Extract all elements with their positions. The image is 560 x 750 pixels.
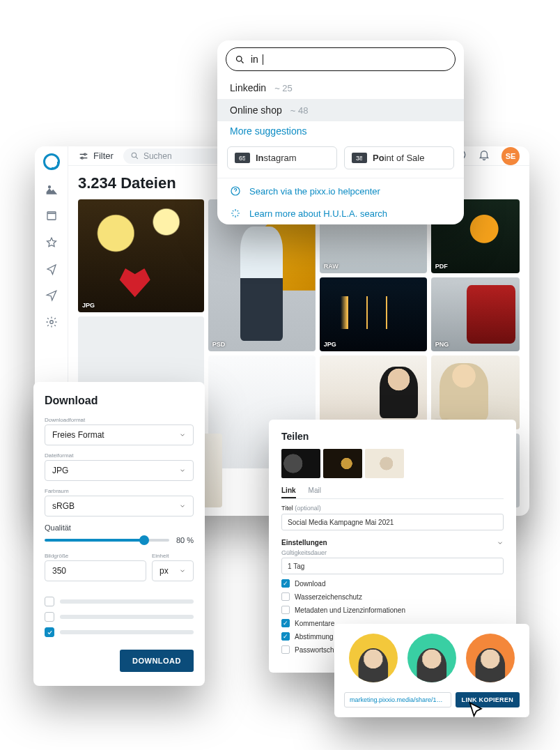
gallery-tile[interactable]: JPG <box>78 199 204 312</box>
validity-label: Gültigkeitsdauer <box>281 549 504 556</box>
search-placeholder: Suchen <box>143 151 172 161</box>
shared-users <box>344 634 520 682</box>
unit-select[interactable]: px <box>152 560 194 581</box>
share-url-field[interactable]: marketing.pixxio.media/share/1619103889.… <box>344 692 451 707</box>
search-icon <box>130 151 139 160</box>
fileformat-label: Dateiformat <box>45 452 194 459</box>
quality-value: 80 % <box>176 536 194 544</box>
chevron-down-icon <box>179 567 186 574</box>
placeholder-text <box>60 615 194 619</box>
downloadformat-label: Downloadformat <box>45 417 194 423</box>
svg-point-4 <box>81 157 84 159</box>
quality-slider-row: 80 % <box>45 536 194 544</box>
tab-mail[interactable]: Mail <box>309 487 321 498</box>
share-title: Teilen <box>281 431 504 442</box>
option-metadata[interactable]: Metadaten und Lizenzinformationen <box>281 606 504 614</box>
images-icon[interactable] <box>45 183 59 197</box>
chip-label: Point of Sale <box>373 153 424 163</box>
more-suggestions-link[interactable]: More suggestions <box>217 121 464 144</box>
share-title-input[interactable]: Social Media Kampagne Mai 2021 <box>281 514 504 530</box>
chevron-down-icon <box>179 503 186 510</box>
settings-heading: Einstellungen <box>281 539 504 546</box>
chevron-down-icon <box>179 431 186 438</box>
share-thumbnail[interactable] <box>323 449 362 478</box>
pixxio-logo-icon <box>43 153 60 170</box>
downloadformat-select[interactable]: Freies Format <box>45 424 194 445</box>
send-icon[interactable] <box>45 289 59 303</box>
sparkle-icon <box>230 208 241 219</box>
copy-link-button[interactable]: LINK KOPIEREN <box>456 692 520 707</box>
width-input[interactable]: 350 <box>45 560 146 581</box>
collections-icon[interactable] <box>45 209 59 223</box>
gallery-tile[interactable]: PNG <box>431 355 520 429</box>
keyword-chip[interactable]: 65 Instagram <box>227 146 337 169</box>
checkbox-icon[interactable] <box>45 597 54 606</box>
share-link-card: marketing.pixxio.media/share/1619103889.… <box>334 624 529 717</box>
checkbox-icon[interactable] <box>45 627 54 637</box>
checkbox-icon[interactable] <box>281 592 290 601</box>
share-tabs: Link Mail <box>281 487 504 499</box>
checkbox-icon[interactable] <box>281 632 290 641</box>
option-download[interactable]: Download <box>281 579 504 588</box>
download-title: Download <box>45 395 194 407</box>
validity-select[interactable]: 1 Tag <box>281 558 504 574</box>
share-thumbnail[interactable] <box>365 449 404 478</box>
checkbox-icon[interactable] <box>281 579 290 588</box>
filter-label: Filter <box>93 151 114 161</box>
tab-link[interactable]: Link <box>281 487 296 498</box>
placeholder-text <box>60 599 194 604</box>
option-checkbox-row[interactable] <box>45 597 194 606</box>
suggestion-row[interactable]: Linkedin ~ 25 <box>217 77 464 99</box>
main-search-input[interactable]: Suchen <box>123 148 228 164</box>
user-avatar <box>407 634 456 682</box>
helpcenter-link[interactable]: Search via the pixx.io helpcenter <box>217 180 464 202</box>
suggestion-count: ~ 48 <box>290 105 309 116</box>
svg-point-7 <box>237 56 242 61</box>
settings-icon[interactable] <box>45 315 59 329</box>
search-input[interactable]: in <box>226 47 456 71</box>
user-avatar[interactable]: SE <box>501 147 520 165</box>
svg-point-5 <box>132 153 137 158</box>
option-watermark[interactable]: Wasserzeichenschutz <box>281 592 504 601</box>
hula-link[interactable]: Learn more about H.U.L.A. search <box>217 202 464 224</box>
svg-point-3 <box>84 153 86 155</box>
chevron-down-icon[interactable] <box>497 539 504 546</box>
filter-button[interactable]: Filter <box>78 151 114 162</box>
svg-point-2 <box>49 321 53 324</box>
svg-point-0 <box>48 186 50 188</box>
option-checkbox-row[interactable] <box>45 627 194 637</box>
suggestion-row[interactable]: Online shop ~ 48 <box>217 99 464 121</box>
sliders-icon <box>78 151 89 162</box>
download-button[interactable]: DOWNLOAD <box>120 650 194 672</box>
colorspace-label: Farbraum <box>45 488 194 494</box>
checkbox-icon[interactable] <box>45 612 54 622</box>
keyword-chip[interactable]: 38 Point of Sale <box>344 146 454 169</box>
user-avatar <box>466 634 515 682</box>
unit-label: Einheit <box>152 553 194 559</box>
cursor-icon <box>467 701 486 723</box>
placeholder-text <box>60 630 194 634</box>
gallery-tile[interactable]: JPG <box>320 277 427 351</box>
share-thumbnail[interactable] <box>281 449 320 478</box>
quality-slider[interactable] <box>45 539 169 542</box>
help-icon <box>230 185 241 197</box>
option-checkbox-row[interactable] <box>45 612 194 622</box>
slider-thumb[interactable] <box>139 535 149 545</box>
topbar-right: SE <box>454 147 520 165</box>
gallery-tile[interactable] <box>320 355 427 429</box>
fileformat-select[interactable]: JPG <box>45 460 194 481</box>
bell-icon[interactable] <box>478 148 490 164</box>
suggestion-count: ~ 25 <box>274 83 293 93</box>
gallery-tile[interactable]: PNG <box>431 277 520 351</box>
search-popover: in Linkedin ~ 25 Online shop ~ 48 More s… <box>217 40 464 224</box>
checkbox-icon[interactable] <box>281 606 290 614</box>
checkbox-icon[interactable] <box>281 645 290 654</box>
download-panel: Download Downloadformat Freies Format Da… <box>33 382 205 686</box>
suggestion-label: Linkedin <box>230 82 266 93</box>
svg-rect-1 <box>47 213 56 220</box>
quality-label: Qualität <box>45 523 194 532</box>
colorspace-select[interactable]: sRGB <box>45 496 194 516</box>
star-icon[interactable] <box>45 236 59 250</box>
checkbox-icon[interactable] <box>281 619 290 627</box>
share-icon[interactable] <box>45 262 59 276</box>
